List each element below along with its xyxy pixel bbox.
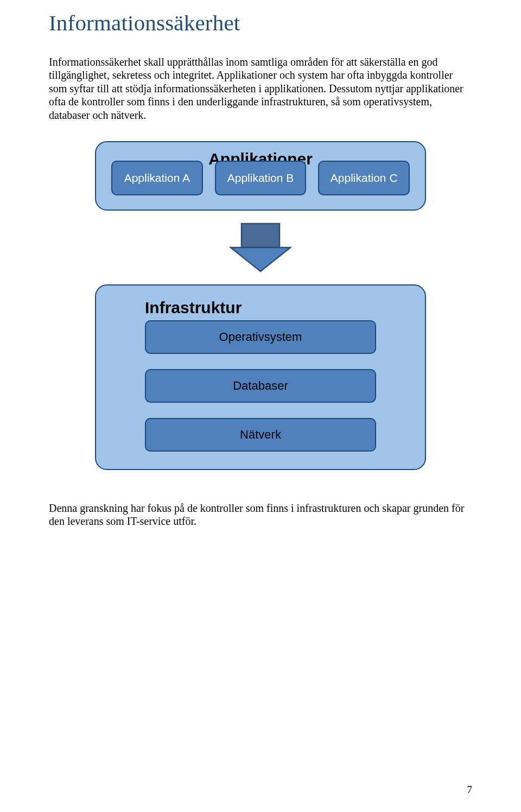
infra-box-network: Nätverk	[145, 418, 376, 452]
architecture-diagram: Applikationer Applikation A Applikation …	[49, 141, 472, 470]
page-number: 7	[467, 784, 473, 796]
closing-paragraph: Denna granskning har fokus på de kontrol…	[49, 502, 472, 528]
infra-box-os: Operativsystem	[145, 320, 376, 354]
down-arrow	[95, 223, 426, 272]
infra-box-db: Databaser	[145, 369, 376, 403]
application-box-b: Applikation B	[215, 161, 307, 195]
svg-marker-1	[231, 248, 290, 271]
page-title: Informationssäkerhet	[49, 10, 472, 36]
svg-rect-0	[242, 224, 279, 248]
page: Informationssäkerhet Informationssäkerhe…	[0, 0, 521, 812]
applications-row: Applikation A Applikation B Applikation …	[111, 161, 410, 195]
application-box-a: Applikation A	[111, 161, 203, 195]
application-box-c: Applikation C	[318, 161, 410, 195]
infrastructure-panel-title: Infrastruktur	[145, 299, 376, 317]
applications-panel: Applikationer Applikation A Applikation …	[95, 141, 426, 211]
infrastructure-panel: Infrastruktur Operativsystem Databaser N…	[95, 284, 426, 470]
intro-paragraph: Informationssäkerhet skall upprätthållas…	[49, 55, 472, 122]
arrow-down-icon	[225, 223, 296, 272]
